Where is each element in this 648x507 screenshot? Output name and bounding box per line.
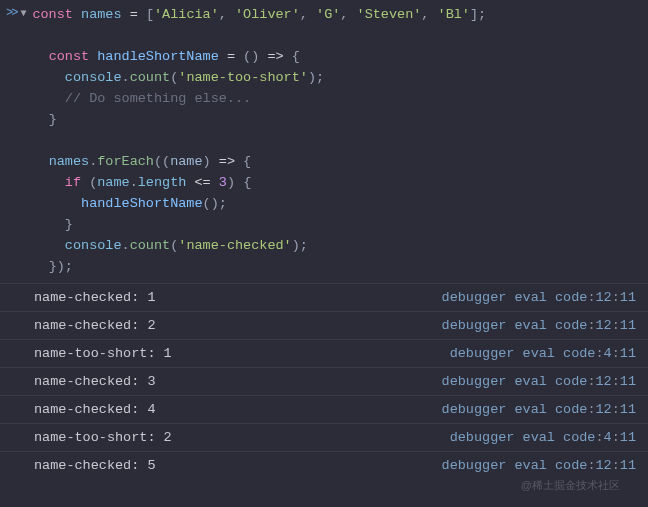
console-log-row[interactable]: name-too-short: 2debugger eval code:4:11 — [0, 423, 648, 451]
method: count — [130, 238, 171, 253]
console-log-row[interactable]: name-checked: 3debugger eval code:12:11 — [0, 367, 648, 395]
console-message: name-too-short: 2 — [34, 430, 172, 445]
console-source-link[interactable]: debugger eval code:12:11 — [442, 374, 636, 389]
code-block[interactable]: const names = ['Alicia', 'Oliver', 'G', … — [30, 4, 486, 277]
console-source-link[interactable]: debugger eval code:12:11 — [442, 458, 636, 473]
console-message: name-checked: 4 — [34, 402, 156, 417]
arrow: => — [267, 49, 283, 64]
comment: // Do something else... — [65, 91, 251, 106]
console-output: name-checked: 1debugger eval code:12:11n… — [0, 283, 648, 479]
operator: <= — [194, 175, 210, 190]
console-log-row[interactable]: name-checked: 4debugger eval code:12:11 — [0, 395, 648, 423]
method: count — [130, 70, 171, 85]
keyword: const — [49, 49, 90, 64]
arrow: => — [219, 154, 235, 169]
keyword: if — [65, 175, 81, 190]
param: name — [170, 154, 202, 169]
identifier: handleShortName — [97, 49, 219, 64]
console-source-link[interactable]: debugger eval code:12:11 — [442, 290, 636, 305]
identifier: console — [65, 70, 122, 85]
watermark: @稀土掘金技术社区 — [521, 478, 620, 493]
identifier: name — [97, 175, 129, 190]
console-input-row: >> ▼ const names = ['Alicia', 'Oliver', … — [0, 0, 648, 277]
console-message: name-too-short: 1 — [34, 346, 172, 361]
operator: = — [227, 49, 235, 64]
keyword: const — [32, 7, 73, 22]
console-log-row[interactable]: name-checked: 1debugger eval code:12:11 — [0, 283, 648, 311]
string: 'name-too-short' — [178, 70, 308, 85]
string: 'Alicia' — [154, 7, 219, 22]
operator: = — [130, 7, 138, 22]
property: length — [138, 175, 187, 190]
console-source-link[interactable]: debugger eval code:12:11 — [442, 318, 636, 333]
console-source-link[interactable]: debugger eval code:4:11 — [450, 430, 636, 445]
console-message: name-checked: 3 — [34, 374, 156, 389]
method: forEach — [97, 154, 154, 169]
identifier: handleShortName — [81, 196, 203, 211]
string: 'name-checked' — [178, 238, 291, 253]
collapse-icon[interactable]: ▼ — [18, 4, 30, 19]
string: 'Bl' — [438, 7, 470, 22]
console-log-row[interactable]: name-checked: 2debugger eval code:12:11 — [0, 311, 648, 339]
console-source-link[interactable]: debugger eval code:4:11 — [450, 346, 636, 361]
console-message: name-checked: 2 — [34, 318, 156, 333]
string: 'Steven' — [357, 7, 422, 22]
string: 'Oliver' — [235, 7, 300, 22]
console-log-row[interactable]: name-too-short: 1debugger eval code:4:11 — [0, 339, 648, 367]
prompt-icon: >> — [4, 4, 18, 20]
identifier: console — [65, 238, 122, 253]
console-message: name-checked: 1 — [34, 290, 156, 305]
string: 'G' — [316, 7, 340, 22]
console-log-row[interactable]: name-checked: 5debugger eval code:12:11 — [0, 451, 648, 479]
console-message: name-checked: 5 — [34, 458, 156, 473]
identifier: names — [81, 7, 122, 22]
number: 3 — [219, 175, 227, 190]
console-source-link[interactable]: debugger eval code:12:11 — [442, 402, 636, 417]
identifier: names — [49, 154, 90, 169]
params: () — [243, 49, 259, 64]
